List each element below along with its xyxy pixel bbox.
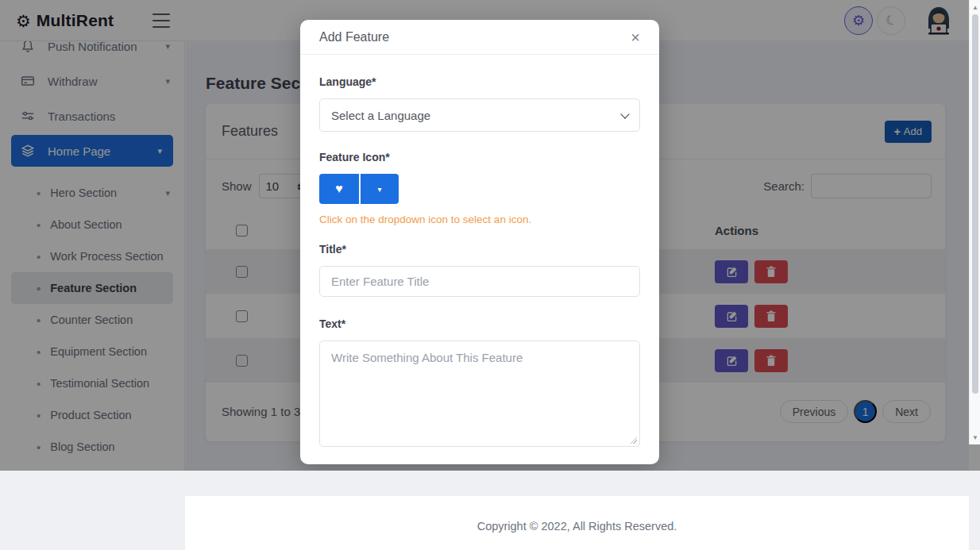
- copyright-text: Copyright © 2022, All Rights Reserved.: [477, 520, 677, 550]
- text-label: Text*: [319, 317, 640, 330]
- language-select-value: Select a Language: [331, 109, 430, 122]
- add-feature-modal: Add Feature × Language* Select a Languag…: [300, 20, 659, 464]
- title-label: Title*: [319, 243, 640, 256]
- caret-down-icon: ▾: [377, 185, 381, 194]
- heart-icon: ♥: [335, 182, 343, 195]
- scroll-down-arrow-icon[interactable]: ▼: [970, 432, 980, 443]
- page-footer: Copyright © 2022, All Rights Reserved.: [185, 496, 969, 550]
- icon-dropdown-button[interactable]: ▾: [361, 174, 399, 204]
- modal-title: Add Feature: [319, 30, 389, 44]
- chevron-down-icon: [620, 110, 629, 118]
- feature-text-textarea[interactable]: [319, 340, 640, 447]
- modal-body: Language* Select a Language Feature Icon…: [300, 55, 659, 450]
- modal-header: Add Feature ×: [300, 20, 659, 55]
- icon-picker-hint: Click on the dropdown icon to select an …: [319, 213, 640, 225]
- scrollbar: ▲ ▼: [969, 0, 980, 444]
- resize-grip-icon[interactable]: [630, 437, 637, 444]
- feature-title-input[interactable]: [319, 266, 640, 297]
- scroll-up-arrow-icon[interactable]: ▲: [970, 2, 980, 13]
- language-label: Language*: [319, 75, 640, 88]
- language-select[interactable]: Select a Language: [319, 98, 640, 132]
- app-window: ⚙ MultiRent ⚙ ☾: [0, 0, 980, 471]
- close-icon[interactable]: ×: [631, 29, 640, 45]
- scrollbar-thumb[interactable]: [972, 14, 978, 394]
- feature-icon-picker: ♥ ▾: [319, 174, 640, 204]
- selected-icon-button[interactable]: ♥: [319, 174, 359, 204]
- feature-icon-label: Feature Icon*: [319, 151, 640, 163]
